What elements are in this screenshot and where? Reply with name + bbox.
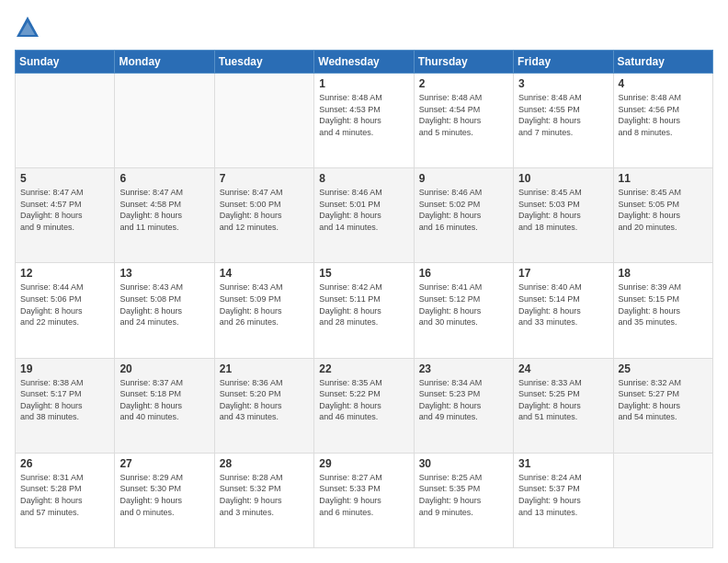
- calendar-cell: 12Sunrise: 8:44 AM Sunset: 5:06 PM Dayli…: [16, 263, 115, 358]
- day-info: Sunrise: 8:45 AM Sunset: 5:03 PM Dayligh…: [518, 187, 608, 233]
- day-number: 22: [319, 362, 408, 375]
- calendar-cell: [613, 453, 712, 547]
- day-info: Sunrise: 8:42 AM Sunset: 5:11 PM Dayligh…: [319, 282, 408, 327]
- calendar-cell: 18Sunrise: 8:39 AM Sunset: 5:15 PM Dayli…: [613, 263, 712, 358]
- weekday-header: Friday: [514, 51, 613, 74]
- calendar-table: SundayMondayTuesdayWednesdayThursdayFrid…: [15, 50, 713, 548]
- day-number: 2: [419, 77, 508, 90]
- calendar-cell: [115, 74, 214, 168]
- day-info: Sunrise: 8:39 AM Sunset: 5:15 PM Dayligh…: [619, 282, 708, 327]
- day-info: Sunrise: 8:44 AM Sunset: 5:06 PM Dayligh…: [20, 282, 109, 327]
- calendar-cell: 3Sunrise: 8:48 AM Sunset: 4:55 PM Daylig…: [514, 74, 613, 168]
- day-info: Sunrise: 8:33 AM Sunset: 5:25 PM Dayligh…: [518, 377, 608, 423]
- day-info: Sunrise: 8:47 AM Sunset: 5:00 PM Dayligh…: [220, 187, 309, 233]
- weekday-header: Tuesday: [214, 51, 313, 74]
- weekday-header: Saturday: [613, 51, 712, 74]
- calendar-cell: 14Sunrise: 8:43 AM Sunset: 5:09 PM Dayli…: [214, 263, 313, 358]
- day-info: Sunrise: 8:36 AM Sunset: 5:20 PM Dayligh…: [220, 377, 309, 423]
- day-info: Sunrise: 8:48 AM Sunset: 4:55 PM Dayligh…: [518, 92, 608, 138]
- calendar-cell: 15Sunrise: 8:42 AM Sunset: 5:11 PM Dayli…: [314, 263, 414, 358]
- calendar-cell: 16Sunrise: 8:41 AM Sunset: 5:12 PM Dayli…: [414, 263, 513, 358]
- calendar-cell: 5Sunrise: 8:47 AM Sunset: 4:57 PM Daylig…: [16, 168, 115, 263]
- day-number: 27: [119, 457, 209, 470]
- day-number: 3: [518, 77, 608, 90]
- calendar-cell: 23Sunrise: 8:34 AM Sunset: 5:23 PM Dayli…: [414, 358, 513, 453]
- calendar-cell: 1Sunrise: 8:48 AM Sunset: 4:53 PM Daylig…: [314, 74, 414, 168]
- day-info: Sunrise: 8:34 AM Sunset: 5:23 PM Dayligh…: [419, 377, 508, 423]
- logo: [15, 15, 44, 40]
- day-info: Sunrise: 8:27 AM Sunset: 5:33 PM Dayligh…: [319, 472, 408, 518]
- calendar-cell: 28Sunrise: 8:28 AM Sunset: 5:32 PM Dayli…: [214, 453, 313, 547]
- calendar-cell: 26Sunrise: 8:31 AM Sunset: 5:28 PM Dayli…: [16, 453, 115, 547]
- day-number: 5: [20, 172, 109, 185]
- day-number: 10: [518, 172, 608, 185]
- day-number: 29: [319, 457, 408, 470]
- day-info: Sunrise: 8:37 AM Sunset: 5:18 PM Dayligh…: [119, 377, 209, 423]
- day-number: 4: [619, 77, 708, 90]
- day-number: 24: [518, 362, 608, 375]
- calendar-cell: 8Sunrise: 8:46 AM Sunset: 5:01 PM Daylig…: [314, 168, 414, 263]
- day-number: 23: [419, 362, 508, 375]
- day-info: Sunrise: 8:48 AM Sunset: 4:53 PM Dayligh…: [319, 92, 408, 138]
- day-number: 9: [419, 172, 508, 185]
- day-info: Sunrise: 8:46 AM Sunset: 5:02 PM Dayligh…: [419, 187, 508, 233]
- day-info: Sunrise: 8:32 AM Sunset: 5:27 PM Dayligh…: [619, 377, 708, 423]
- day-info: Sunrise: 8:40 AM Sunset: 5:14 PM Dayligh…: [518, 282, 608, 327]
- calendar-cell: 6Sunrise: 8:47 AM Sunset: 4:58 PM Daylig…: [115, 168, 214, 263]
- day-info: Sunrise: 8:43 AM Sunset: 5:09 PM Dayligh…: [220, 282, 309, 327]
- day-info: Sunrise: 8:47 AM Sunset: 4:58 PM Dayligh…: [119, 187, 209, 233]
- day-number: 17: [518, 267, 608, 280]
- day-number: 31: [518, 457, 608, 470]
- day-number: 7: [220, 172, 309, 185]
- calendar-cell: [16, 74, 115, 168]
- day-info: Sunrise: 8:47 AM Sunset: 4:57 PM Dayligh…: [20, 187, 109, 233]
- calendar-cell: 7Sunrise: 8:47 AM Sunset: 5:00 PM Daylig…: [214, 168, 313, 263]
- calendar-cell: 20Sunrise: 8:37 AM Sunset: 5:18 PM Dayli…: [115, 358, 214, 453]
- calendar-cell: 17Sunrise: 8:40 AM Sunset: 5:14 PM Dayli…: [514, 263, 613, 358]
- calendar-cell: 13Sunrise: 8:43 AM Sunset: 5:08 PM Dayli…: [115, 263, 214, 358]
- calendar-cell: 24Sunrise: 8:33 AM Sunset: 5:25 PM Dayli…: [514, 358, 613, 453]
- logo-icon: [15, 15, 40, 40]
- calendar-cell: 30Sunrise: 8:25 AM Sunset: 5:35 PM Dayli…: [414, 453, 513, 547]
- day-info: Sunrise: 8:41 AM Sunset: 5:12 PM Dayligh…: [419, 282, 508, 327]
- weekday-header: Wednesday: [314, 51, 414, 74]
- day-info: Sunrise: 8:24 AM Sunset: 5:37 PM Dayligh…: [518, 472, 608, 518]
- day-info: Sunrise: 8:45 AM Sunset: 5:05 PM Dayligh…: [619, 187, 708, 233]
- calendar-cell: [214, 74, 313, 168]
- day-info: Sunrise: 8:35 AM Sunset: 5:22 PM Dayligh…: [319, 377, 408, 423]
- day-number: 30: [419, 457, 508, 470]
- calendar-cell: 2Sunrise: 8:48 AM Sunset: 4:54 PM Daylig…: [414, 74, 513, 168]
- day-info: Sunrise: 8:48 AM Sunset: 4:54 PM Dayligh…: [419, 92, 508, 138]
- day-number: 13: [119, 267, 209, 280]
- calendar-cell: 4Sunrise: 8:48 AM Sunset: 4:56 PM Daylig…: [613, 74, 712, 168]
- day-info: Sunrise: 8:46 AM Sunset: 5:01 PM Dayligh…: [319, 187, 408, 233]
- calendar-cell: 10Sunrise: 8:45 AM Sunset: 5:03 PM Dayli…: [514, 168, 613, 263]
- day-number: 14: [220, 267, 309, 280]
- calendar-cell: 29Sunrise: 8:27 AM Sunset: 5:33 PM Dayli…: [314, 453, 414, 547]
- day-info: Sunrise: 8:29 AM Sunset: 5:30 PM Dayligh…: [119, 472, 209, 518]
- day-number: 20: [119, 362, 209, 375]
- calendar-cell: 11Sunrise: 8:45 AM Sunset: 5:05 PM Dayli…: [613, 168, 712, 263]
- day-number: 16: [419, 267, 508, 280]
- weekday-header: Monday: [115, 51, 214, 74]
- day-number: 15: [319, 267, 408, 280]
- day-info: Sunrise: 8:25 AM Sunset: 5:35 PM Dayligh…: [419, 472, 508, 518]
- day-number: 25: [619, 362, 708, 375]
- calendar-cell: 27Sunrise: 8:29 AM Sunset: 5:30 PM Dayli…: [115, 453, 214, 547]
- weekday-header: Thursday: [414, 51, 513, 74]
- page: SundayMondayTuesdayWednesdayThursdayFrid…: [0, 0, 728, 563]
- day-info: Sunrise: 8:31 AM Sunset: 5:28 PM Dayligh…: [20, 472, 109, 518]
- calendar-cell: 9Sunrise: 8:46 AM Sunset: 5:02 PM Daylig…: [414, 168, 513, 263]
- day-number: 1: [319, 77, 408, 90]
- day-number: 19: [20, 362, 109, 375]
- day-number: 26: [20, 457, 109, 470]
- day-number: 8: [319, 172, 408, 185]
- calendar-cell: 21Sunrise: 8:36 AM Sunset: 5:20 PM Dayli…: [214, 358, 313, 453]
- day-info: Sunrise: 8:38 AM Sunset: 5:17 PM Dayligh…: [20, 377, 109, 423]
- day-number: 28: [220, 457, 309, 470]
- day-number: 6: [119, 172, 209, 185]
- calendar-cell: 19Sunrise: 8:38 AM Sunset: 5:17 PM Dayli…: [16, 358, 115, 453]
- calendar-cell: 25Sunrise: 8:32 AM Sunset: 5:27 PM Dayli…: [613, 358, 712, 453]
- day-number: 12: [20, 267, 109, 280]
- weekday-header: Sunday: [16, 51, 115, 74]
